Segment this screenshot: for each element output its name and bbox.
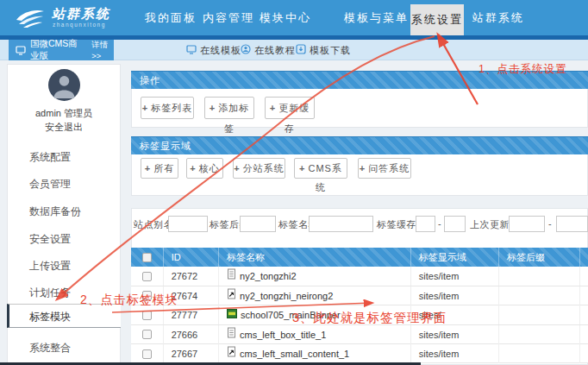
- sidebar-item-member-management[interactable]: 会员管理: [8, 171, 120, 197]
- add-tag-button[interactable]: +添加标签: [204, 97, 254, 119]
- cache-time-from-input[interactable]: [416, 216, 435, 232]
- annotation-step3-text: 3、此处就是标签管理界面: [292, 310, 447, 326]
- page: 站群系统 zhanqunxitong 我的面板 内容管理 模块中心 模板与菜单 …: [0, 0, 588, 365]
- details-link[interactable]: 详情>>: [91, 40, 114, 60]
- col-header-id: ID: [164, 248, 219, 267]
- shortcut-icon: [227, 286, 236, 305]
- range-dash: -: [548, 218, 552, 229]
- row-domain: sites/item: [411, 325, 499, 344]
- button-label: 核心: [199, 163, 220, 173]
- row-domain: sites/item: [411, 286, 499, 305]
- plus-icon: +: [210, 103, 216, 113]
- plus-icon: +: [234, 163, 240, 173]
- shortcut-icon: [227, 344, 236, 363]
- plus-icon: +: [142, 103, 148, 113]
- brand-title: 站群系统: [52, 6, 110, 22]
- sidebar-item-upload-settings[interactable]: 上传设置: [8, 253, 120, 279]
- row-checkbox[interactable]: [142, 311, 152, 320]
- plus-icon: +: [145, 163, 151, 173]
- tag-suffix-input[interactable]: [240, 216, 276, 232]
- sidebar-item-system-integration[interactable]: 系统整合: [8, 335, 120, 361]
- sidebar-item-database-backup[interactable]: 数据库备份: [8, 198, 120, 224]
- row-checkbox[interactable]: [142, 272, 152, 281]
- button-label: 标签列表: [151, 103, 192, 113]
- tag-list-button[interactable]: +标签列表: [141, 97, 194, 119]
- operate-panel-body: [131, 89, 588, 128]
- row-domain: sites/item: [411, 267, 499, 286]
- col-header-tag-suffix: 标签后缀: [499, 248, 580, 267]
- last-update-to-input[interactable]: [556, 216, 588, 232]
- row-name: ny2_tongzhi_neirong2: [219, 286, 411, 305]
- plus-icon: +: [360, 163, 366, 173]
- filter-qa-button[interactable]: +问答系统: [358, 158, 411, 179]
- range-dash: -: [438, 218, 441, 229]
- toolbar-link-label: 在线模板: [200, 44, 241, 57]
- doc-icon: [227, 325, 236, 344]
- row-id: 27667: [164, 344, 219, 363]
- plus-icon: +: [270, 103, 276, 113]
- table-row: 27674 ny2_tongzhi_neirong2 sites/item: [131, 286, 588, 305]
- row-suffix: [499, 325, 580, 344]
- tag-name-text: ny2_tongzhi_neirong2: [240, 286, 333, 305]
- logout-link[interactable]: 安全退出: [7, 121, 121, 134]
- cache-time-to-input[interactable]: [444, 216, 466, 232]
- avatar: [48, 69, 80, 104]
- row-id: 27777: [164, 305, 219, 324]
- col-header-tag-name: 标签名称: [219, 248, 411, 267]
- annotation-step1-text: 1、点击系统设置: [479, 62, 566, 77]
- row-id: 27666: [164, 325, 219, 344]
- button-label: 添加标签: [218, 103, 249, 134]
- row-id: 27672: [164, 267, 219, 286]
- toolbar-link-online-tutorial[interactable]: 在线教程: [241, 40, 296, 60]
- table-row: 27672 ny2_tongzhi2 sites/item: [131, 267, 588, 286]
- button-label: 更新缓存: [278, 103, 310, 134]
- toolbar-link-online-template[interactable]: 在线模板: [186, 40, 241, 60]
- plus-icon: +: [190, 163, 196, 173]
- nav-item-sitegroup-system[interactable]: 站群系统: [472, 0, 524, 35]
- filter-subsite-button[interactable]: +分站系统: [233, 158, 285, 179]
- nav-item-module-center[interactable]: 模块中心: [260, 0, 311, 35]
- filter-core-button[interactable]: +核心: [186, 158, 223, 179]
- row-suffix: [499, 267, 580, 286]
- row-checkbox[interactable]: [142, 349, 152, 359]
- user-name: admin 管理员: [7, 107, 121, 120]
- row-name: cms_left_small_content_1: [219, 344, 411, 363]
- section-header-tag-domain: 标签显示域: [131, 136, 588, 154]
- button-label: 问答系统: [368, 163, 410, 173]
- row-checkbox[interactable]: [142, 330, 152, 339]
- nav-item-my-dashboard[interactable]: 我的面板: [145, 0, 197, 35]
- table-header-row: ID 标签名称 标签显示域 标签后缀: [131, 248, 588, 267]
- sidebar-item-security-settings[interactable]: 安全设置: [8, 226, 120, 252]
- row-suffix: [499, 305, 580, 324]
- nav-item-template-menu[interactable]: 模板与菜单: [344, 0, 409, 35]
- edition-label: 国微CMS商业版: [30, 38, 86, 62]
- download-box-icon: [296, 44, 310, 56]
- button-label: 分站系统: [243, 163, 285, 173]
- tag-name-text: cms_left_box_title_1: [240, 325, 326, 344]
- button-label: 所有: [153, 163, 174, 173]
- table-row: 27666 cms_left_box_title_1 sites/item: [131, 325, 588, 344]
- plus-icon: +: [299, 163, 305, 173]
- row-suffix: [499, 344, 580, 363]
- filter-cms-button[interactable]: +CMS系统: [294, 158, 347, 179]
- edition-badge[interactable]: 国微CMS商业版 详情>>: [9, 40, 114, 60]
- row-suffix: [499, 286, 580, 305]
- nav-tab-system-settings[interactable]: 系统设置: [410, 4, 464, 35]
- filter-all-button[interactable]: +所有: [141, 158, 178, 179]
- toolbar-link-label: 在线教程: [254, 44, 296, 57]
- col-header-tag-domain: 标签显示域: [411, 248, 499, 267]
- table-row: 27667 cms_left_small_content_1 sites/ite…: [131, 344, 588, 363]
- site-alias-input[interactable]: [168, 216, 208, 232]
- row-name: cms_left_box_title_1: [219, 325, 411, 344]
- last-update-from-input[interactable]: [509, 216, 545, 232]
- sidebar-item-system-config[interactable]: 系统配置: [8, 144, 120, 170]
- select-all-checkbox[interactable]: [142, 253, 152, 262]
- annotation-step2-text: 2、点击标签模块: [80, 293, 178, 308]
- row-name: ny2_tongzhi2: [219, 267, 411, 286]
- toolbar-link-label: 模板下载: [310, 44, 351, 57]
- tag-name-text: cms_left_small_content_1: [240, 344, 349, 363]
- toolbar-link-template-download[interactable]: 模板下载: [296, 40, 351, 60]
- tag-name-input[interactable]: [309, 216, 373, 232]
- nav-item-content-management[interactable]: 内容管理: [203, 0, 254, 35]
- update-cache-button[interactable]: +更新缓存: [265, 97, 315, 119]
